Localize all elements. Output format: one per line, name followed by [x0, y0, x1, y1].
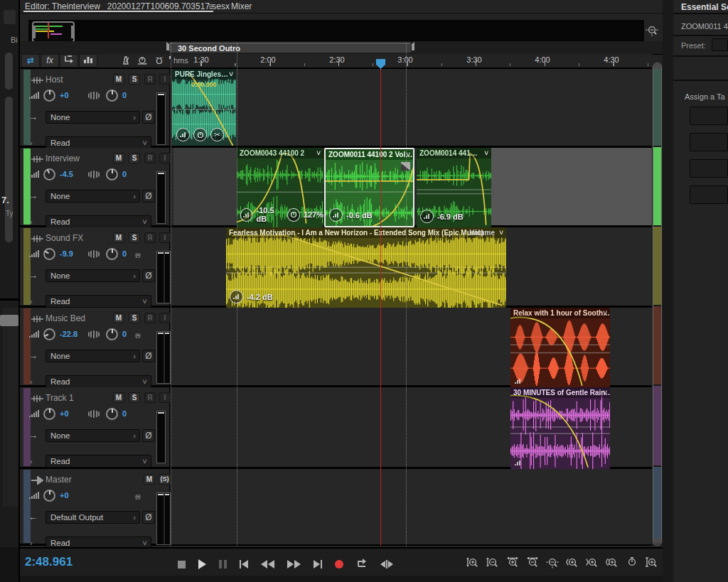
bypass-button[interactable]: Ø: [142, 269, 155, 282]
expand-icon[interactable]: ›: [30, 457, 33, 465]
track-lane-master[interactable]: [171, 469, 652, 546]
skip-to-start-button[interactable]: [240, 560, 248, 568]
solo-safe-button[interactable]: (S): [159, 474, 171, 485]
expand-icon[interactable]: ›: [30, 217, 33, 226]
bypass-button[interactable]: Ø: [142, 429, 155, 442]
tab-mixer[interactable]: Mixer: [231, 1, 252, 11]
input-selector[interactable]: None›: [46, 429, 140, 442]
mute-button[interactable]: M: [113, 313, 124, 323]
input-selector[interactable]: None›: [46, 111, 140, 124]
pan-value[interactable]: 0: [122, 330, 127, 338]
pan-knob[interactable]: [106, 90, 118, 102]
pan-value[interactable]: 0: [122, 249, 127, 258]
clip-chevron-icon[interactable]: ˅: [603, 308, 607, 318]
stop-button[interactable]: [178, 561, 186, 568]
clip-chevron-icon[interactable]: ˅: [316, 148, 321, 158]
left-panel-button[interactable]: [4, 10, 16, 24]
zoom-in-horizontal-button[interactable]: [506, 557, 520, 568]
arm-record-button[interactable]: R: [144, 74, 156, 85]
mute-button[interactable]: M: [113, 232, 124, 243]
clip-gain-icon[interactable]: [240, 208, 252, 222]
tag-button[interactable]: [690, 185, 728, 204]
automation-mode-selector[interactable]: Read˅: [46, 295, 151, 308]
zoom-out-horizontal-button[interactable]: [526, 557, 540, 568]
mute-button[interactable]: M: [113, 74, 124, 85]
skip-to-end-button[interactable]: [314, 560, 322, 568]
expand-icon[interactable]: ›: [30, 139, 33, 147]
zoom-in-right-edge-button[interactable]: [586, 557, 599, 568]
stretch-clock-icon[interactable]: [136, 55, 148, 66]
tag-button[interactable]: [690, 133, 728, 151]
metering-button[interactable]: [79, 54, 97, 68]
left-scroll-thumb[interactable]: [5, 97, 13, 242]
show-effects-button[interactable]: fx: [41, 54, 59, 68]
clip-stretch-icon[interactable]: [193, 128, 207, 141]
arm-record-button[interactable]: R: [144, 232, 156, 243]
clip-gentle-rain[interactable]: 30 MINUTES of Gentle Rain…˅: [510, 387, 610, 469]
vertical-track-navigator[interactable]: [653, 63, 662, 546]
volume-value[interactable]: -22.8: [60, 330, 77, 338]
rewind-button[interactable]: [261, 560, 274, 568]
track-header-master[interactable]: Master M (S) +0 ((•)) ← Default Output› …: [20, 469, 171, 546]
pan-value[interactable]: 0: [122, 409, 127, 418]
volume-value[interactable]: +0: [60, 91, 69, 99]
solo-button[interactable]: S: [129, 313, 140, 323]
clip-chevron-icon[interactable]: ˅: [603, 387, 607, 398]
track-header-interview[interactable]: Interview M S R I -4.5 0 → None› Ø › Rea…: [20, 148, 171, 227]
volume-knob[interactable]: [43, 248, 55, 260]
preset-dropdown[interactable]: [712, 38, 728, 51]
track-header-soundfx[interactable]: Sound FX M S R I -9.9 0 ((•)) → None› Ø …: [20, 227, 171, 308]
bypass-button[interactable]: Ø: [142, 350, 155, 362]
clip-gain-icon[interactable]: [420, 210, 434, 223]
monitor-input-button[interactable]: I: [159, 74, 171, 85]
volume-value[interactable]: -9.9: [60, 249, 73, 258]
clip-gain-icon[interactable]: [515, 460, 521, 466]
pan-knob[interactable]: [106, 408, 118, 420]
navigator-zoom-icon[interactable]: [646, 25, 659, 36]
zoom-to-selection-button[interactable]: [606, 557, 619, 568]
volume-knob[interactable]: [43, 90, 55, 102]
arm-record-button[interactable]: R: [144, 153, 156, 163]
pan-value[interactable]: 0: [122, 91, 127, 99]
clip-zoom0011-selected[interactable]: ZOOM0011 44100 2 Vol…˅ -0.6 dB: [324, 148, 414, 227]
solo-button[interactable]: S: [129, 232, 140, 243]
essential-sound-tab[interactable]: Essential Sou: [681, 2, 728, 12]
move-tool-button[interactable]: ⇄: [21, 54, 40, 68]
track-lane-host[interactable]: [171, 69, 652, 148]
bypass-button[interactable]: Ø: [142, 111, 155, 124]
input-selector[interactable]: None›: [46, 190, 140, 203]
clip-gain-icon[interactable]: [515, 378, 521, 384]
monitor-input-button[interactable]: I: [159, 313, 171, 323]
solo-button[interactable]: S: [129, 153, 140, 163]
timecode-display[interactable]: 2:48.961: [25, 555, 73, 569]
zoom-in-left-edge-button[interactable]: [566, 557, 579, 568]
clip-pure-jingles[interactable]: PURE Jingles…˅ 0:00.000 ✂: [172, 69, 236, 146]
skip-cursor-button[interactable]: [380, 560, 393, 568]
clip-gain-icon[interactable]: [176, 128, 190, 141]
left-panel-selected-row[interactable]: [0, 315, 18, 326]
track-header-host[interactable]: Host M S R I +0 0 → None› Ø › Read˅: [20, 69, 171, 148]
expand-icon[interactable]: ›: [30, 539, 33, 547]
output-selector[interactable]: Default Output›: [46, 511, 140, 524]
tag-button[interactable]: [690, 107, 728, 125]
clip-stretch-icon[interactable]: [287, 208, 299, 222]
track-name[interactable]: Music Bed: [46, 313, 85, 323]
clip-chevron-icon[interactable]: ˅: [484, 148, 488, 158]
tag-button[interactable]: [690, 159, 728, 178]
marker-region-30-second-outro[interactable]: 30 Second Outro: [169, 43, 411, 53]
clip-chevron-icon[interactable]: ˅: [499, 227, 503, 238]
pan-knob[interactable]: [106, 168, 118, 180]
snap-magnet-icon[interactable]: Ω: [154, 55, 165, 66]
bypass-button[interactable]: Ø: [142, 190, 155, 203]
clip-chevron-icon[interactable]: ˅: [406, 149, 410, 160]
play-button[interactable]: [198, 559, 206, 569]
volume-knob[interactable]: [43, 328, 55, 340]
expand-icon[interactable]: ›: [30, 297, 33, 306]
track-name[interactable]: Interview: [46, 153, 80, 163]
solo-button[interactable]: S: [129, 392, 140, 403]
monitor-input-button[interactable]: I: [159, 232, 171, 243]
pan-value[interactable]: 0: [122, 170, 127, 178]
tab-editor[interactable]: Editor: Theinterview _20200127T100609.70…: [25, 1, 230, 11]
clip-scissors-icon[interactable]: ✂: [210, 128, 224, 141]
clip-relax-soothing[interactable]: Relax with 1 hour of Sooth…˅: [510, 308, 610, 387]
